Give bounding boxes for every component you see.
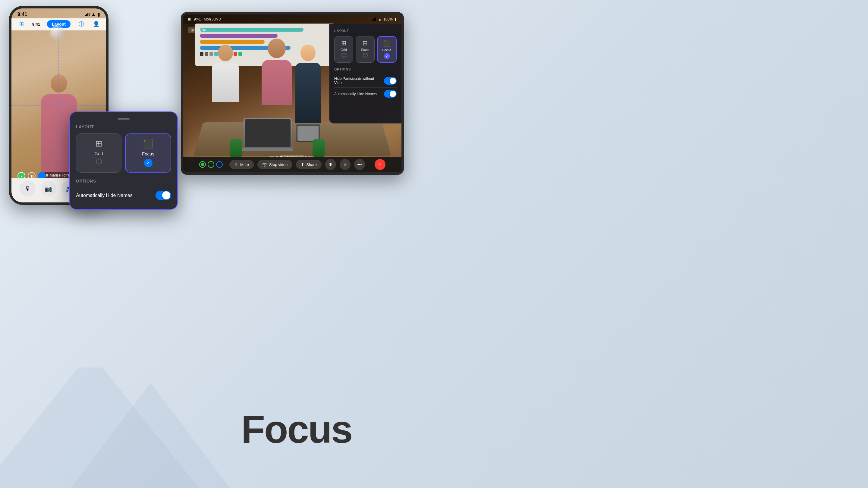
- focus-layout-option[interactable]: ⬛ Focus ✓: [125, 133, 171, 173]
- more-button-ipad[interactable]: •••: [354, 159, 365, 170]
- ipad-mockup: 🏢 SHN7-16-GREAT WALL ⊞ 9:41 Mon Jun 3: [181, 12, 404, 175]
- ipad-grid-icon: ⊞: [341, 39, 346, 47]
- info-icon[interactable]: ⓘ: [78, 20, 85, 28]
- phone-nav-time: 9:41: [32, 22, 40, 27]
- stop-video-label: Stop video: [269, 162, 287, 167]
- phone-time: 9:41: [18, 12, 27, 17]
- name-dot: [46, 174, 48, 176]
- ipad-layout-options: ⊞ Grid ⊟ Stack ⬛ Focus ✓: [334, 36, 397, 63]
- ipad-nav-time: 9:41: [199, 28, 207, 32]
- ipad-bottom-controls: 🎙 Mute 📷 Stop video ⬆ Share ✱ ☺ ••• ✕: [183, 157, 401, 172]
- person-1: [207, 44, 244, 105]
- focus-checkmark: ✓: [144, 159, 153, 167]
- grid-radio: [96, 158, 102, 164]
- hide-participants-row: Hide Participants without Video: [334, 74, 397, 88]
- auto-hide-names-row: Automatically Hide Names: [76, 188, 171, 203]
- laptop-base: [242, 148, 293, 151]
- ipad-status-right: ▲ 100% ▮: [372, 17, 397, 22]
- ipad-focus-label: Focus: [382, 48, 392, 52]
- ipad-status-bar: ⊞ 9:41 Mon Jun 3 ▲ 100% ▮: [183, 14, 401, 24]
- mute-button[interactable]: 🎙 Mute: [229, 160, 254, 169]
- table-surface: [193, 122, 392, 156]
- ipad-focus-checkmark: ✓: [384, 53, 390, 59]
- ipad-indicator-3: [216, 161, 223, 168]
- bluetooth-button[interactable]: ✱: [325, 159, 336, 170]
- focus-icon: ⬛: [143, 139, 153, 149]
- ipad-battery-icon: ▮: [395, 17, 397, 22]
- grid-layout-option[interactable]: ⊞ Grid: [76, 133, 121, 173]
- ipad-focus-option[interactable]: ⬛ Focus ✓: [377, 36, 397, 63]
- mute-label: Mute: [240, 162, 249, 167]
- auto-hide-names-label: Automatically Hide Names: [76, 193, 133, 198]
- ipad-battery-text: 100%: [383, 17, 393, 22]
- focus-label: Focus: [142, 151, 154, 156]
- participant-name: Marise Torres: [50, 173, 71, 177]
- ipad-screen: 🏢 SHN7-16-GREAT WALL ⊞ 9:41 Mon Jun 3: [183, 14, 401, 172]
- camera-icon: 📷: [262, 162, 267, 167]
- phone-layout-panel: LAYOUT ⊞ Grid ⬛ Focus ✓ OPTIONS Automati…: [69, 111, 178, 210]
- ipad-options-title: OPTIONS: [334, 67, 397, 71]
- ipad-layout-section-title: LAYOUT: [334, 29, 397, 33]
- auto-hide-names-toggle[interactable]: [156, 191, 171, 200]
- grid-icon: ⊞: [95, 138, 102, 149]
- ipad-time: 9:41: [194, 17, 201, 22]
- laptop-screen: [245, 119, 290, 147]
- chair-green-left: [230, 139, 242, 157]
- person-2: [258, 38, 295, 105]
- layout-section-title: LAYOUT: [76, 124, 171, 129]
- ipad-status-left: ⊞ 9:41 Mon Jun 3: [188, 17, 221, 22]
- hide-participants-toggle[interactable]: [384, 77, 397, 85]
- ipad-signal-bars: [372, 18, 376, 21]
- person-3: [293, 44, 323, 135]
- ipad-auto-hide-names-toggle[interactable]: [384, 90, 397, 98]
- signal-bars: [85, 13, 90, 16]
- share-label: Share: [306, 162, 317, 167]
- chair-green-right: [313, 139, 324, 157]
- ipad-stack-label: Stack: [361, 48, 370, 52]
- battery-icon: ▮: [97, 11, 100, 17]
- ipad-focus-icon: ⬛: [383, 40, 391, 47]
- share-button[interactable]: ⬆ Share: [296, 160, 321, 169]
- ipad-grid-label: Grid: [341, 48, 347, 52]
- mic-button[interactable]: 🎙: [20, 181, 36, 196]
- ipad-stack-radio: [363, 53, 368, 58]
- focus-heading: Focus: [241, 407, 352, 452]
- screen-share-icon: ⊞: [18, 20, 25, 28]
- ipad-indicator-2: [208, 161, 214, 168]
- ipad-indicator-1: [199, 161, 206, 168]
- phone-status-bar: 9:41 ▲ ▮: [11, 8, 106, 19]
- ipad-grid-radio: [341, 53, 346, 58]
- emoji-button[interactable]: ☺: [340, 159, 350, 170]
- ipad-screen-icon: ⊞: [188, 27, 196, 33]
- ipad-wifi-icon: ▲: [378, 17, 381, 22]
- laptop: [244, 118, 292, 148]
- ipad-nav-left: ⊞ 9:41: [188, 27, 207, 33]
- ipad-layout-panel: LAYOUT ⊞ Grid ⊟ Stack: [329, 24, 401, 124]
- ipad-indicators: [199, 161, 223, 168]
- dashed-vertical-line: [59, 27, 59, 171]
- drag-handle: [118, 118, 130, 120]
- grid-label: Grid: [94, 151, 103, 156]
- screen-share-icon-ipad: ⊞: [188, 18, 191, 22]
- decorative-sphere-phone: [50, 25, 65, 40]
- person-icon[interactable]: 👤: [92, 20, 100, 28]
- stop-video-button[interactable]: 📷 Stop video: [257, 160, 292, 169]
- ipad-grid-option[interactable]: ⊞ Grid: [334, 36, 353, 63]
- camera-button[interactable]: 📷: [41, 181, 56, 196]
- share-icon: ⬆: [301, 162, 304, 167]
- ipad-date: Mon Jun 3: [204, 17, 221, 22]
- ipad-frame: 🏢 SHN7-16-GREAT WALL ⊞ 9:41 Mon Jun 3: [181, 12, 404, 175]
- ipad-auto-hide-names-label: Automatically Hide Names: [334, 92, 377, 96]
- mute-icon: 🎙: [234, 162, 239, 167]
- hide-participants-label: Hide Participants without Video: [334, 76, 384, 85]
- ipad-auto-hide-names-row: Automatically Hide Names: [334, 88, 397, 100]
- phone-status-icons: ▲ ▮: [85, 11, 100, 17]
- dashed-horizontal-line: [11, 105, 106, 106]
- options-section-title: OPTIONS: [76, 178, 171, 184]
- wifi-icon: ▲: [91, 12, 96, 17]
- ipad-stack-icon: ⊟: [363, 39, 368, 47]
- focus-heading-container: Focus: [241, 407, 352, 452]
- ipad-stack-option[interactable]: ⊟ Stack: [355, 36, 375, 63]
- wb-bar-3: [200, 40, 265, 44]
- end-call-button[interactable]: ✕: [375, 159, 385, 170]
